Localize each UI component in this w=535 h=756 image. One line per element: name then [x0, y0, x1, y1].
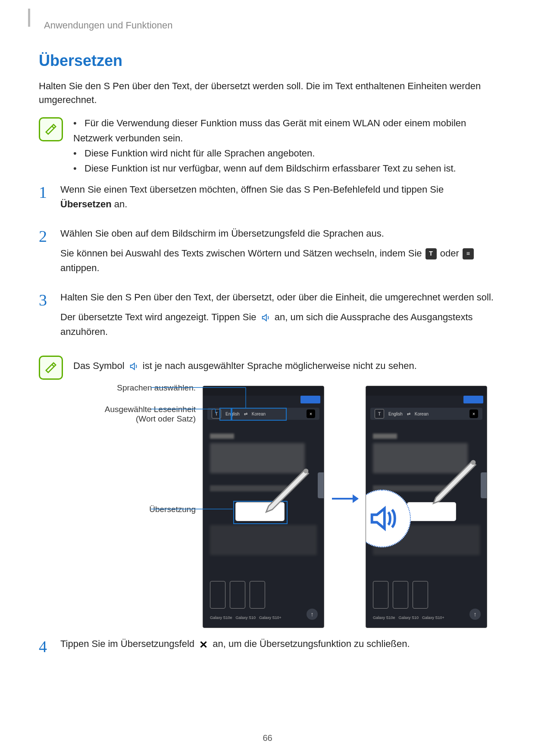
toolbar-close-icon: ×	[307, 409, 315, 418]
thumbnail-labels: Galaxy S10e Galaxy S10 Galaxy S10+	[210, 615, 282, 620]
phone-thumbnails	[373, 581, 428, 609]
toolbar-lang1: English	[388, 412, 403, 416]
phone-statusbar	[366, 386, 487, 396]
thumbnail	[393, 581, 408, 609]
page-number: 66	[0, 733, 535, 743]
note-icon	[39, 356, 63, 380]
translation-tooltip	[407, 503, 456, 521]
section-title: Übersetzen	[39, 52, 496, 70]
intro-paragraph: Halten Sie den S Pen über den Text, der …	[39, 79, 496, 107]
note-block-2: Das Symbol ist je nach ausgewählter Spra…	[39, 354, 496, 380]
speaker-icon	[128, 361, 139, 372]
phone-statusbar	[203, 386, 324, 396]
note-text: ist je nach ausgewählter Sprache möglich…	[143, 360, 417, 371]
step-text: antippen.	[60, 262, 100, 273]
close-icon: ✕	[198, 639, 209, 650]
phone-thumbnails	[210, 581, 265, 609]
scroll-top-button: ↑	[469, 609, 481, 620]
thumbnail	[250, 581, 265, 609]
blurred-text	[373, 434, 397, 439]
step-text: an, um die Übersetzungsfunktion zu schli…	[213, 638, 410, 649]
step-4: Tippen Sie im Übersetzungsfeld ✕ an, um …	[39, 637, 496, 651]
scroll-top-button: ↑	[307, 609, 318, 620]
phone-action-button	[300, 396, 320, 403]
translate-toolbar: T English ⇄ Korean ×	[370, 408, 482, 420]
toolbar-lang2: Korean	[252, 412, 266, 416]
phone-screenshot-before: T English ⇄ Korean × Galaxy S10e Galaxy …	[203, 386, 324, 628]
note-block-1: Für die Verwendung dieser Funktion muss …	[39, 116, 496, 176]
toolbar-close-icon: ×	[469, 409, 478, 418]
callout-unit: Ausgewählte Leseeinheit (Wort oder Satz)	[92, 405, 196, 424]
note-text: Das Symbol	[73, 360, 127, 371]
breadcrumb: Anwendungen und Funktionen	[44, 20, 496, 31]
blurred-text	[210, 443, 305, 473]
note-item: Für die Verwendung dieser Funktion muss …	[73, 116, 496, 146]
speaker-icon	[260, 312, 271, 323]
step-text: Wählen Sie oben auf dem Bildschirm im Üb…	[60, 228, 384, 239]
blurred-text	[210, 434, 234, 439]
word-mode-icon: T	[425, 248, 437, 259]
toolbar-lang2: Korean	[415, 412, 429, 416]
step-3: Halten Sie den S Pen über den Text, der …	[39, 290, 496, 339]
mode-word-icon: T	[212, 409, 221, 419]
thumbnail	[210, 581, 225, 609]
svg-point-1	[471, 460, 476, 465]
blurred-text	[373, 443, 468, 473]
note-icon	[39, 117, 63, 141]
feedback-tab	[318, 472, 324, 498]
mode-word-icon: T	[375, 409, 384, 419]
figure-area: Sprachen auswählen. Ausgewählte Leseeinh…	[39, 386, 496, 628]
swap-icon: ⇄	[407, 412, 410, 416]
step-text: oder	[440, 248, 462, 259]
blurred-text	[210, 525, 317, 555]
callout-translation: Übersetzung	[92, 505, 196, 514]
phone-action-button	[463, 396, 483, 403]
step-text: Tippen Sie im Übersetzungsfeld	[60, 638, 197, 649]
step-2: Wählen Sie oben auf dem Bildschirm im Üb…	[39, 226, 496, 275]
thumbnail	[230, 581, 245, 609]
translate-toolbar: T English ⇄ Korean ×	[207, 408, 319, 420]
thumbnail	[373, 581, 388, 609]
swap-icon: ⇄	[244, 412, 247, 416]
thumbnail	[413, 581, 428, 609]
toolbar-lang1: English	[225, 412, 240, 416]
note-item: Diese Funktion ist nur verfügbar, wenn a…	[73, 161, 496, 176]
step-text: Halten Sie den S Pen über den Text, der …	[60, 292, 494, 303]
step-text: Wenn Sie einen Text übersetzen möchten, …	[60, 184, 444, 195]
blurred-text	[210, 485, 288, 491]
feedback-tab	[481, 472, 487, 498]
callout-languages: Sprachen auswählen.	[92, 383, 196, 393]
thumbnail-labels: Galaxy S10e Galaxy S10 Galaxy S10+	[373, 615, 444, 620]
sentence-mode-icon: ≡	[463, 248, 474, 259]
note-item: Diese Funktion wird nicht für alle Sprac…	[73, 146, 496, 161]
step-bold: Übersetzen	[60, 199, 112, 209]
header-accent-bar	[28, 9, 30, 27]
step-1: Wenn Sie einen Text übersetzen möchten, …	[39, 182, 496, 212]
arrow-icon	[324, 386, 366, 500]
phone-screenshot-after: T English ⇄ Korean × Galaxy S10e Galaxy …	[366, 386, 487, 628]
step-text: Der übersetzte Text wird angezeigt. Tipp…	[60, 312, 259, 322]
step-text: Sie können bei Auswahl des Texts zwische…	[60, 248, 425, 259]
translation-tooltip	[236, 503, 284, 521]
step-text: an.	[112, 199, 128, 209]
